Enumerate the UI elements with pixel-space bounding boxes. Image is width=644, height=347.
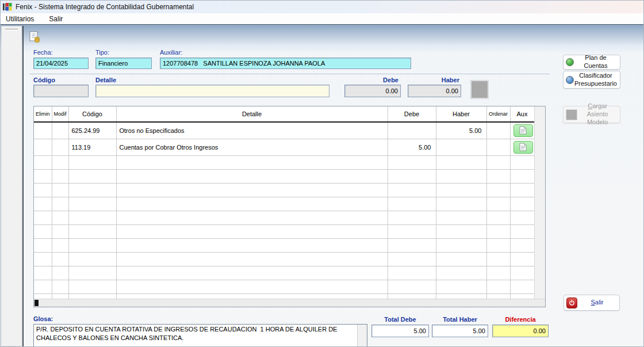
panel-divider	[22, 26, 24, 346]
plan-de-cuentas-button[interactable]: Plan de Cuentas	[563, 55, 620, 70]
cell-detalle	[116, 197, 388, 211]
menu-bar: Utilitarios Salir	[1, 13, 644, 25]
cell-aux	[510, 197, 534, 211]
cell-haber	[436, 155, 486, 169]
cell-detalle	[116, 238, 388, 252]
entries-grid: Elimin Modif Código Detalle Debe Haber O…	[33, 106, 546, 307]
cell-elimin	[34, 183, 52, 197]
cell-debe	[388, 183, 436, 197]
cell-ordenar	[486, 169, 510, 183]
add-line-button[interactable]	[471, 81, 488, 98]
cell-codigo	[68, 252, 116, 266]
cell-ordenar	[486, 211, 510, 224]
table-horizontal-scrollbar[interactable]	[34, 299, 545, 307]
cell-modif	[52, 155, 68, 169]
cell-debe	[388, 224, 436, 238]
header-ordenar: Ordenar	[486, 106, 510, 122]
collapsed-side-panel[interactable]	[1, 26, 22, 346]
diferencia-input[interactable]	[492, 325, 549, 337]
cell-debe	[388, 280, 436, 293]
aux-button[interactable]	[513, 124, 533, 137]
auxiliar-input[interactable]	[160, 58, 411, 69]
cell-haber	[436, 252, 486, 266]
cell-haber	[436, 293, 486, 299]
glosa-textarea[interactable]: P/R. DEPOSITO EN CUENTA ROTATIVA DE INGR…	[33, 324, 367, 347]
cell-aux	[510, 280, 534, 293]
cell-haber	[436, 211, 486, 224]
cell-modif	[52, 183, 68, 197]
diferencia-label: Diferencia	[492, 316, 549, 323]
salir-button[interactable]: Salir	[564, 295, 620, 311]
clasificador-label: Clasificador Presupuestario	[574, 72, 618, 88]
table-row	[34, 155, 534, 169]
total-haber-input[interactable]	[432, 325, 488, 337]
cell-codigo	[68, 155, 116, 169]
main-content: Fecha: Tipo: Auxiliar: Código Detalle De…	[1, 25, 644, 347]
cell-modif	[52, 224, 68, 238]
table-row	[34, 238, 534, 252]
cell-detalle	[116, 280, 388, 293]
header-detalle: Detalle	[116, 106, 388, 122]
cargar-asiento-modelo-button[interactable]: Cargar Asiento Modelo	[563, 106, 620, 123]
debe-entry-input[interactable]	[344, 85, 401, 97]
menu-salir[interactable]: Salir	[49, 15, 63, 23]
cell-elimin	[34, 224, 52, 238]
clasificador-presupuestario-button[interactable]: Clasificador Presupuestario	[563, 71, 620, 89]
cell-ordenar	[486, 280, 510, 293]
plan-de-cuentas-label: Plan de Cuentas	[574, 54, 618, 70]
cell-codigo: 625.24.99	[68, 122, 116, 139]
total-debe-label: Total Debe	[371, 316, 429, 323]
section-divider	[29, 74, 550, 74]
table-row[interactable]: 113.19Cuentas por Cobrar Otros Ingresos5…	[34, 139, 534, 155]
cell-codigo	[68, 183, 116, 197]
cell-elimin	[34, 197, 52, 211]
green-sphere-icon	[566, 58, 574, 66]
cell-elimin	[34, 139, 52, 155]
cell-codigo	[68, 211, 116, 224]
table-vertical-scrollbar[interactable]	[534, 106, 545, 299]
scrollbar-thumb[interactable]	[34, 300, 39, 306]
cell-modif	[52, 122, 68, 139]
document-coins-icon	[28, 30, 41, 43]
cell-aux	[510, 224, 534, 238]
cell-detalle: Otros no Especificados	[116, 122, 388, 139]
cell-aux[interactable]	[510, 139, 534, 155]
save-entry-button[interactable]	[27, 30, 42, 45]
table-header-row: Elimin Modif Código Detalle Debe Haber O…	[34, 106, 534, 122]
aux-button[interactable]	[513, 141, 533, 154]
table-row	[34, 266, 534, 280]
table-row	[34, 211, 534, 224]
cell-aux[interactable]	[510, 122, 534, 139]
cell-debe	[388, 169, 436, 183]
windows-logo-icon	[3, 2, 12, 12]
cell-ordenar	[486, 183, 510, 197]
table-row	[34, 293, 534, 299]
fecha-input[interactable]	[33, 58, 89, 69]
codigo-entry-input[interactable]	[33, 85, 89, 97]
haber-entry-input[interactable]	[408, 85, 461, 97]
table-row	[34, 169, 534, 183]
cell-detalle	[116, 224, 388, 238]
cell-debe	[388, 155, 436, 169]
tipo-input[interactable]	[95, 58, 152, 69]
detalle-entry-input[interactable]	[95, 85, 329, 97]
header-modif: Modif	[52, 106, 68, 122]
cell-modif	[52, 139, 68, 155]
glosa-scrollbar[interactable]	[357, 325, 367, 347]
title-bar: Fenix - Sistema Integrado de Contabilida…	[1, 1, 644, 13]
cell-elimin	[34, 293, 52, 299]
cell-detalle	[116, 183, 388, 197]
table-row	[34, 224, 534, 238]
header-haber: Haber	[436, 106, 486, 122]
table-row[interactable]: 625.24.99Otros no Especificados5.00	[34, 122, 534, 139]
cell-codigo	[68, 266, 116, 280]
document-list-icon	[519, 126, 527, 135]
cell-modif	[52, 169, 68, 183]
cell-elimin	[34, 169, 52, 183]
cell-debe	[388, 293, 436, 299]
menu-utilitarios[interactable]: Utilitarios	[6, 15, 34, 23]
cell-aux	[510, 252, 534, 266]
total-debe-input[interactable]	[371, 325, 429, 337]
fecha-label: Fecha:	[33, 49, 53, 56]
cell-haber: 5.00	[436, 122, 486, 139]
